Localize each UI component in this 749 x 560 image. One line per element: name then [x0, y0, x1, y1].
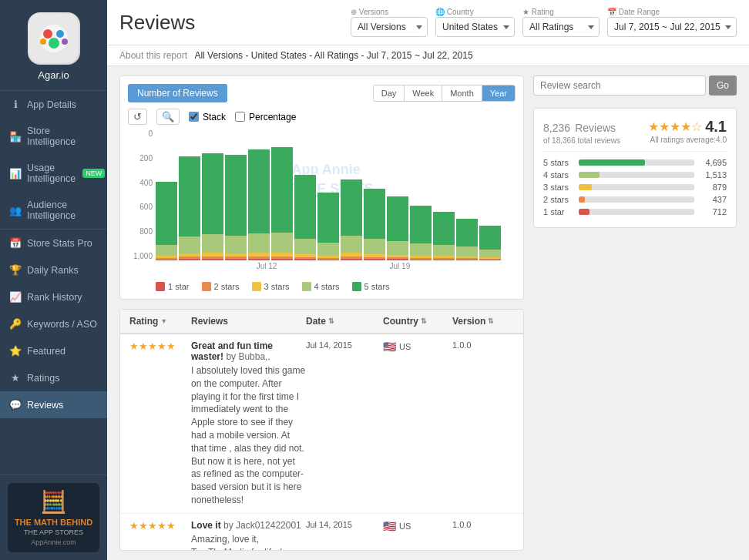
bar-segment-bar-5star: [294, 175, 316, 239]
rating-select[interactable]: All Ratings: [522, 17, 600, 37]
left-column: Number of Reviews Day Week Month Year ↺ …: [119, 75, 524, 551]
sidebar-item-rank-history[interactable]: 📈 Rank History: [0, 283, 107, 310]
versions-filter-group: ⊕ Versions All Versions: [351, 8, 428, 37]
daterange-select[interactable]: Jul 7, 2015 ~ Jul 22, 2015: [607, 17, 737, 37]
y-label-1000: 1,000: [128, 252, 153, 260]
chart-bar-group-3: [225, 155, 247, 260]
review-search-input[interactable]: [533, 75, 706, 96]
percentage-checkbox[interactable]: [235, 112, 245, 122]
usage-intelligence-icon: 📊: [9, 168, 22, 179]
ratings-count-label: Reviews: [575, 122, 616, 134]
sidebar-item-audience-intelligence[interactable]: 👥 Audience Intelligence: [0, 192, 107, 229]
chart-back-btn[interactable]: ↺: [128, 109, 147, 125]
bar-segment-bar-1star: [341, 259, 362, 260]
bar-segment-bar-5star: [387, 196, 408, 241]
chart-bar-group-2: [202, 153, 223, 260]
chart-bar-group-14: [479, 226, 501, 260]
sidebar-item-ratings[interactable]: ★ Ratings: [0, 364, 107, 391]
sidebar-item-store-stats-pro[interactable]: 📅 Store Stats Pro: [0, 230, 107, 257]
review-body: Amazing, love it, TwoTheMedic for life (…: [191, 533, 306, 551]
ratings-box: 8,236 Reviews of 18,366 total reviews ★★…: [533, 108, 737, 228]
bar-segment-bar-5star: [433, 212, 455, 245]
rating-bar-fill: [579, 209, 589, 215]
ad-url: AppAnnie.com: [14, 538, 93, 546]
bar-segment-bar-1star: [248, 259, 270, 260]
svg-point-3: [56, 30, 64, 38]
app-details-icon: ℹ: [9, 99, 22, 110]
report-bar-label: About this report: [119, 50, 187, 61]
stack-checkbox-label[interactable]: Stack: [189, 112, 226, 122]
rating-bar-bg: [579, 172, 694, 178]
review-body: I absolutely loved this game on the comp…: [191, 364, 306, 507]
sidebar-item-label: Ratings: [27, 373, 59, 384]
chart-section: Number of Reviews Day Week Month Year ↺ …: [119, 75, 524, 300]
legend-3stars-dot: [252, 282, 261, 291]
th-rating[interactable]: Rating ▼: [129, 316, 191, 327]
time-btn-day[interactable]: Day: [374, 86, 405, 101]
rating-bar-fill: [579, 159, 645, 166]
sidebar-item-app-details[interactable]: ℹ App Details: [0, 91, 107, 118]
sidebar-item-daily-ranks[interactable]: 🏆 Daily Ranks: [0, 257, 107, 283]
sidebar-item-store-intelligence[interactable]: 🏪 Store Intelligence: [0, 118, 107, 155]
svg-point-2: [43, 29, 52, 39]
rating-row-label: 3 stars: [543, 183, 574, 192]
main-content: Reviews ⊕ Versions All Versions 🌐 Countr…: [107, 0, 749, 560]
bar-segment-bar-1star: [433, 260, 455, 260]
chart-bar-group-0: [156, 182, 177, 260]
rating-bar-bg: [579, 196, 694, 203]
chart-zoom-btn[interactable]: 🔍: [156, 109, 180, 125]
time-btn-month[interactable]: Month: [442, 86, 482, 101]
bar-segment-bar-4star: [364, 239, 385, 254]
bar-segment-bar-4star: [341, 236, 362, 253]
rating-bar-bg: [579, 209, 694, 215]
th-version-label: Version: [452, 316, 485, 327]
bar-segment-bar-1star: [225, 259, 247, 260]
page-title: Reviews: [119, 11, 195, 35]
chart-bar-group-11: [410, 206, 432, 260]
sidebar-item-featured[interactable]: ⭐ Featured: [0, 337, 107, 364]
review-country: 🇺🇸 US: [383, 520, 452, 532]
rating-count-num: 4,695: [699, 158, 727, 167]
th-version[interactable]: Version ⇅: [452, 316, 514, 327]
bar-segment-bar-4star: [271, 233, 293, 253]
bar-segment-bar-1star: [317, 260, 339, 260]
th-country[interactable]: Country ⇅: [383, 316, 452, 327]
report-bar-value: All Versions - United States - All Ratin…: [194, 50, 472, 61]
country-icon: 🌐 Country: [435, 8, 515, 16]
versions-select[interactable]: All Versions: [351, 17, 428, 37]
bar-segment-bar-5star: [364, 189, 385, 239]
rating-count-num: 879: [699, 183, 727, 192]
time-btn-year[interactable]: Year: [482, 86, 515, 101]
sidebar-item-usage-intelligence[interactable]: 📊 Usage Intelligence NEW: [0, 155, 107, 192]
th-reviews[interactable]: Reviews: [191, 316, 306, 327]
ratings-icon: ★: [9, 372, 22, 384]
sidebar-item-label: Store Stats Pro: [27, 238, 92, 249]
rating-bar-fill: [579, 184, 592, 190]
sidebar-item-label: Store Intelligence: [27, 126, 98, 147]
country-select[interactable]: United States: [435, 17, 515, 37]
rating-count-num: 1,513: [699, 170, 727, 179]
review-content: Great and fun time waster! by Bubba,. I …: [191, 340, 306, 507]
sidebar-item-reviews[interactable]: 💬 Reviews: [0, 391, 107, 418]
bar-segment-bar-5star: [317, 193, 339, 243]
sidebar-item-keywords-aso[interactable]: 🔑 Keywords / ASO: [0, 310, 107, 337]
review-date: Jul 14, 2015: [306, 520, 383, 529]
th-date[interactable]: Date ⇅: [306, 316, 383, 327]
rating-row-1: 4 stars 1,513: [543, 170, 727, 179]
ratings-avg: ★★★★☆ 4.1 All ratings average:4.0: [648, 118, 727, 144]
rating-row-2: 3 stars 879: [543, 183, 727, 192]
legend-1star-label: 1 star: [168, 282, 190, 291]
ad-avatar: 🧮: [14, 489, 93, 515]
y-axis: 1,000 800 600 400 200 0: [128, 129, 156, 276]
daterange-filter-group: 📅 Date Range Jul 7, 2015 ~ Jul 22, 2015: [607, 8, 737, 37]
time-btn-week[interactable]: Week: [405, 86, 442, 101]
chart-bar-group-13: [456, 219, 478, 260]
stack-checkbox[interactable]: [189, 112, 199, 122]
number-of-reviews-btn[interactable]: Number of Reviews: [128, 84, 227, 102]
review-search-go-button[interactable]: Go: [709, 75, 737, 96]
store-intelligence-icon: 🏪: [9, 131, 22, 143]
rating-row-label: 5 stars: [543, 158, 574, 167]
rating-row-label: 1 star: [543, 207, 574, 216]
rank-history-icon: 📈: [9, 291, 22, 303]
percentage-checkbox-label[interactable]: Percentage: [235, 112, 296, 122]
